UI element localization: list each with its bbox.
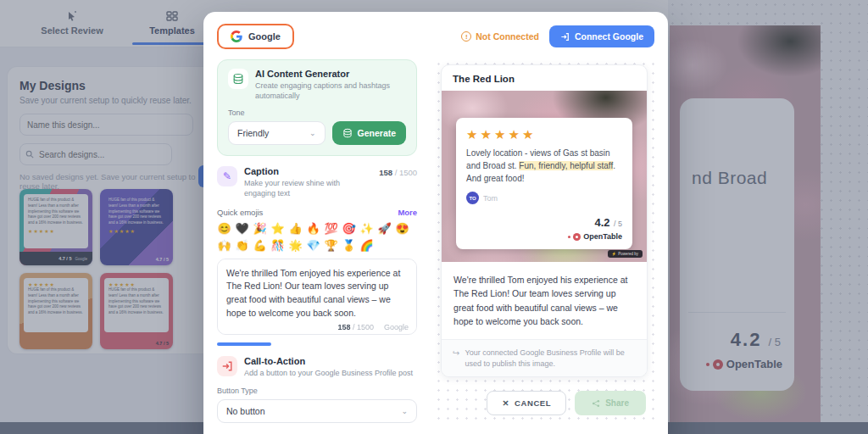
alert-icon: ! [461,31,471,42]
cta-section-header: Call-to-Action Add a button to your Goog… [217,356,417,378]
generate-button[interactable]: Generate [332,121,407,145]
quick-emojis-label: Quick emojis [217,208,263,217]
review-text: Lovely location - views of Gas st basin … [466,147,622,185]
cancel-button-label: CANCEL [515,398,551,408]
google-g-icon [231,31,242,42]
post-preview-card: The Red Lion ★★★★★ Lovely location - vie… [441,64,648,377]
google-chip-label: Google [248,31,281,42]
modal-header: Google ! Not Connected Connect Google [217,24,654,49]
textarea-provider-label: Google [384,323,409,331]
ai-generator-title: AI Content Generator [255,69,406,79]
app-canvas: Select Review Templates My Designs Save … [0,0,868,434]
watermark-label: Powered by [618,252,638,256]
caption-title: Caption [244,166,372,176]
generate-button-label: Generate [358,128,397,138]
caption-pencil-icon: ✎ [217,166,237,186]
more-emojis-link[interactable]: More [398,208,417,217]
emoji-button[interactable]: 🔥 [306,223,320,234]
connect-button-label: Connect Google [575,31,643,42]
post-image: ★★★★★ Lovely location - views of Gas st … [442,91,647,262]
emoji-button[interactable]: 👍 [288,223,303,234]
ai-generator-subtitle: Create engaging captions and hashtags au… [255,81,406,101]
textarea-char-counter: 158 / 1500 [337,323,374,331]
tone-label: Tone [228,108,406,117]
status-label: Not Connected [476,31,539,42]
tone-value: Friendly [237,128,269,138]
opentable-circle-icon [573,233,581,241]
emoji-button[interactable]: 💪 [253,240,267,251]
emoji-button[interactable]: 🎊 [270,240,285,251]
chevron-down-icon: ⌄ [402,407,409,415]
login-arrow-icon [560,32,570,42]
button-type-value: No button [226,406,265,416]
emoji-row-2: 🙌👏💪🎊🌟💎🏆🥇🌈 [217,240,417,251]
share-post-modal: Google ! Not Connected Connect Google [203,12,668,434]
ai-layers-icon [228,69,248,89]
highlighted-text: Fun, friendly, helpful staff [519,161,613,170]
generate-layers-icon [342,128,353,138]
cta-title: Call-to-Action [244,356,417,366]
composer-column: AI Content Generator Create engaging cap… [217,59,420,423]
link-arrow-icon: ↪ [453,348,459,369]
ai-generator-card: AI Content Generator Create engaging cap… [217,59,417,156]
emoji-button[interactable]: 🌟 [288,240,303,251]
button-type-select[interactable]: No button ⌄ [217,399,417,423]
opentable-dot-icon [568,236,570,238]
share-nodes-icon [592,399,600,408]
emoji-button[interactable]: ⭐ [270,223,285,234]
emoji-button[interactable]: 🌈 [359,240,374,251]
chevron-down-icon: ⌄ [309,129,316,137]
emoji-button[interactable]: 🎉 [253,223,267,234]
emoji-button[interactable]: 💎 [306,240,320,251]
caption-subtitle: Make your review shine with engaging tex… [244,178,372,198]
publish-note: ↪ Your connected Google Business Profile… [442,339,647,376]
emoji-button[interactable]: 🙌 [217,240,231,251]
char-progress-track [217,342,417,346]
opentable-label: OpenTable [583,232,622,241]
emoji-button[interactable]: 🏆 [324,240,338,251]
watermark-badge: ⚡ Powered by [608,250,643,258]
connection-status: ! Not Connected [461,31,539,42]
emoji-row-1: 😊🖤🎉⭐👍🔥💯🎯✨🚀😍 [217,223,417,234]
caption-section-header: ✎ Caption Make your review shine with en… [217,166,417,198]
review-card: ★★★★★ Lovely location - views of Gas st … [456,118,632,249]
button-type-label: Button Type [217,387,417,395]
review-author: TO Tom [466,192,622,204]
emoji-button[interactable]: 🚀 [377,223,392,234]
emoji-button[interactable]: 🖤 [235,223,249,234]
textarea-footer: 158 / 1500 Google [337,323,409,331]
business-name: The Red Lion [442,65,647,91]
share-button-label: Share [605,398,629,408]
close-icon: ✕ [502,398,509,408]
preview-column: The Red Lion ★★★★★ Lovely location - vie… [434,59,654,423]
emoji-button[interactable]: 🥇 [342,240,356,251]
publish-note-text: Your connected Google Business Profile w… [465,348,636,369]
cta-subtitle: Add a button to your Google Business Pro… [244,368,417,378]
caption-char-counter: 158 / 1500 [379,168,417,177]
connect-google-button[interactable]: Connect Google [549,25,654,47]
share-button[interactable]: Share [575,391,646,415]
opentable-logo: OpenTable [466,232,622,241]
preview-caption-text: We're thrilled Tom enjoyed his experienc… [442,262,647,339]
author-avatar: TO [466,192,479,204]
modal-footer: ✕ CANCEL Share [441,391,648,415]
emoji-button[interactable]: 🎯 [342,223,356,234]
cta-arrow-icon [217,356,237,376]
emoji-button[interactable]: 💯 [324,223,338,234]
author-name: Tom [483,194,498,203]
emoji-button[interactable]: ✨ [359,223,374,234]
cancel-button[interactable]: ✕ CANCEL [487,391,566,415]
emoji-button[interactable]: 😍 [395,223,409,234]
review-rating: 4.2 / 5 OpenTable [466,214,622,241]
char-progress-fill [217,342,271,346]
google-platform-button[interactable]: Google [217,24,294,49]
emoji-button[interactable]: 😊 [217,223,231,234]
tone-select[interactable]: Friendly ⌄ [228,121,326,145]
bolt-icon: ⚡ [612,252,617,256]
review-stars: ★★★★★ [466,127,622,142]
emoji-button[interactable]: 👏 [235,240,249,251]
